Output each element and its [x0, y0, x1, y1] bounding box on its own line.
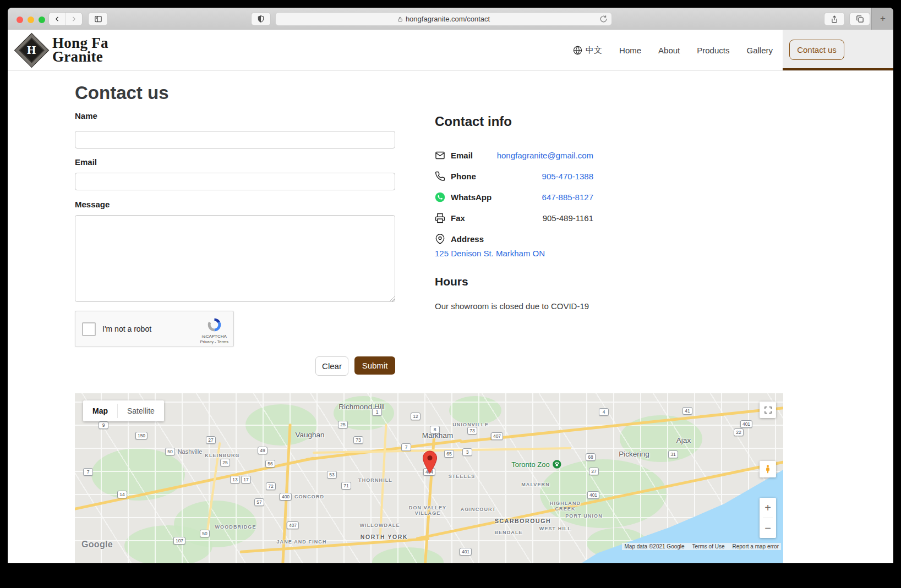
email-input[interactable] — [75, 173, 395, 190]
google-logo[interactable]: Google — [81, 540, 113, 549]
recaptcha-privacy-terms[interactable]: Privacy - Terms — [200, 339, 228, 344]
nav-item-products[interactable]: Products — [697, 46, 729, 55]
nav-item-about[interactable]: About — [658, 46, 680, 55]
sidebar-toggle-button[interactable] — [88, 12, 108, 26]
forward-button[interactable] — [66, 13, 83, 25]
name-input[interactable] — [75, 131, 395, 149]
share-button[interactable] — [824, 12, 845, 26]
road-shield: 68 — [586, 453, 596, 461]
road-shield: 73 — [353, 436, 363, 444]
road-shield: 8 — [430, 426, 440, 433]
logo-name: Hong Fa Granite — [52, 36, 108, 64]
submit-button[interactable]: Submit — [354, 356, 395, 375]
road-shield: 65 — [444, 450, 454, 458]
road-shield: 401 — [740, 420, 752, 428]
road-shield: 71 — [341, 482, 351, 490]
road-shield: 3 — [462, 448, 472, 456]
site-logo[interactable]: H Hong Fa Granite — [17, 30, 108, 70]
message-textarea[interactable] — [75, 215, 395, 302]
road-shield: 407 — [491, 432, 503, 440]
recaptcha-checkbox[interactable] — [82, 322, 96, 336]
map-type-control: Map Satellite — [83, 400, 164, 421]
map-marker-pin[interactable] — [422, 450, 438, 476]
back-button[interactable] — [49, 13, 65, 25]
browser-toolbar: hongfagranite.com/contact + — [8, 8, 893, 30]
map-attribution: Map data ©2021 Google Terms of Use Repor… — [622, 543, 781, 550]
road-shield: 27 — [589, 468, 599, 475]
map-place-label: Pickering — [619, 450, 649, 458]
fullscreen-button[interactable] — [760, 402, 776, 418]
road-shield: 14 — [117, 491, 127, 498]
email-icon — [435, 150, 445, 161]
map-place-label: CREEK — [555, 506, 575, 512]
road-shield: 400 — [280, 493, 292, 501]
contact-info-title: Contact info — [435, 114, 512, 129]
phone-link[interactable]: 905-470-1388 — [542, 172, 593, 181]
satellite-tab[interactable]: Satellite — [118, 400, 164, 421]
main-nav: 中文 Home About Products Gallery — [573, 30, 773, 70]
map-place-label: THORNHILL — [358, 477, 392, 483]
recaptcha-label: I'm not a robot — [102, 325, 151, 333]
road-shield: 150 — [135, 432, 148, 439]
road-shield: 9 — [99, 421, 108, 429]
nav-item-gallery[interactable]: Gallery — [746, 46, 773, 55]
road-shield: 12 — [411, 413, 421, 420]
road-shield: 56 — [265, 460, 275, 468]
map-place-label: HIGHLAND — [550, 501, 581, 506]
road-shield: 107 — [173, 537, 185, 545]
map-tab[interactable]: Map — [83, 400, 117, 421]
shield-icon — [257, 15, 265, 23]
address-link[interactable]: 125 Denison St. Markham ON — [435, 249, 545, 258]
whatsapp-link[interactable]: 647-885-8127 — [542, 193, 593, 202]
minimize-window-button[interactable] — [28, 17, 34, 23]
close-window-button[interactable] — [17, 17, 23, 23]
map-place-label: STEELES — [449, 474, 476, 479]
road-shield: 49 — [258, 447, 267, 454]
road-shield: 50 — [165, 448, 175, 455]
new-tab-button[interactable]: + — [871, 8, 893, 30]
map-place-label: MALVERN — [521, 482, 550, 487]
nav-item-home[interactable]: Home — [619, 46, 641, 55]
site-header: H Hong Fa Granite 中文 Home About Products… — [8, 30, 893, 71]
tab-overview-button[interactable] — [849, 12, 870, 26]
chevron-left-icon — [53, 15, 61, 23]
road-shield: 73 — [467, 427, 477, 435]
pegman-button[interactable] — [760, 461, 776, 477]
map-place-label: BENDALE — [494, 530, 522, 535]
url-bar[interactable]: hongfagranite.com/contact — [275, 12, 612, 26]
page-title: Contact us — [75, 83, 169, 103]
map-place-label: SCARBOROUGH — [495, 518, 551, 524]
recaptcha-logo-icon — [206, 317, 222, 333]
textarea-resize-handle[interactable] — [389, 295, 395, 301]
map-place-label: VILLAGE — [415, 510, 441, 516]
contact-row-address: Address — [435, 229, 593, 249]
terms-of-use-link[interactable]: Terms of Use — [692, 543, 725, 549]
browser-window: hongfagranite.com/contact + H Hong Fa Gr… — [8, 8, 893, 563]
zoom-out-button[interactable]: − — [760, 518, 776, 538]
nav-contact-us-button[interactable]: Contact us — [789, 40, 844, 60]
zoom-window-button[interactable] — [39, 17, 45, 23]
google-map[interactable]: Richmond HillVaughanMarkhamPickeringAjax… — [75, 393, 783, 563]
map-place-label: Vaughan — [295, 431, 324, 439]
toronto-zoo-label[interactable]: Toronto Zoo — [511, 460, 561, 469]
refresh-icon — [599, 15, 608, 23]
road-shield: 25 — [220, 459, 230, 466]
nav-item-language[interactable]: 中文 — [573, 45, 602, 56]
email-link[interactable]: hongfagranite@gmail.com — [497, 151, 593, 160]
phone-icon — [435, 171, 445, 182]
road-shield: 407 — [287, 521, 299, 529]
privacy-report-button[interactable] — [251, 12, 271, 26]
red-pin-icon — [422, 450, 438, 474]
map-place-label: AGINCOURT — [461, 507, 496, 512]
paw-icon — [553, 460, 562, 469]
zoom-in-button[interactable]: + — [760, 498, 776, 518]
report-map-error-link[interactable]: Report a map error — [733, 543, 779, 549]
refresh-button[interactable] — [599, 15, 608, 25]
sidebar-icon — [94, 15, 102, 23]
clear-button[interactable]: Clear — [315, 356, 348, 376]
road-shield: 401 — [587, 491, 599, 499]
map-data-text: Map data ©2021 Google — [624, 543, 684, 549]
contact-row-fax: Fax 905-489-1161 — [435, 208, 593, 228]
road-shield: 4 — [599, 408, 609, 416]
contact-row-phone: Phone 905-470-1388 — [435, 166, 593, 186]
